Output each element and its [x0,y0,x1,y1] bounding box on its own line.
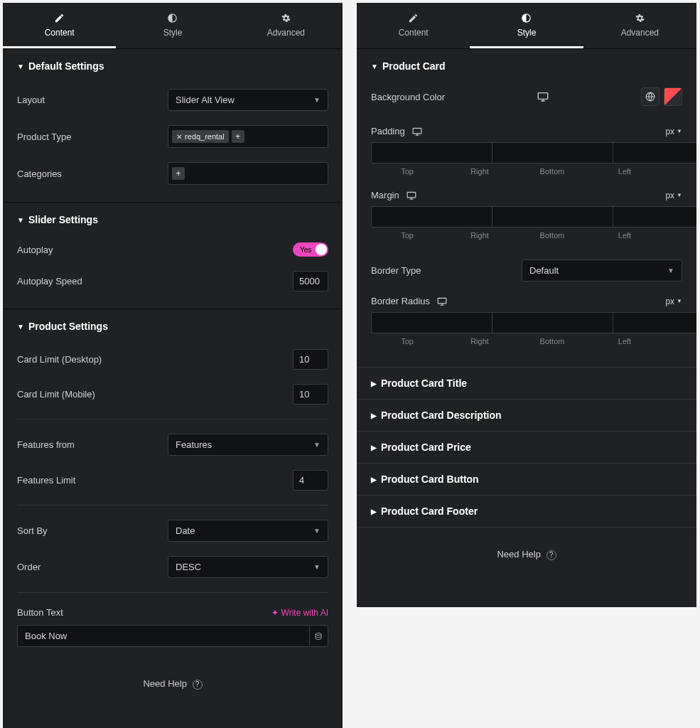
categories-input[interactable]: + [168,162,328,185]
section-product-card[interactable]: ▼ Product Card [357,49,696,80]
section-product-card-button[interactable]: ▶ Product Card Button [357,463,696,495]
features-from-value: Features [176,439,212,450]
autoplay-speed-input[interactable] [293,271,328,291]
border-type-value: Default [529,265,559,276]
tab-advanced-r[interactable]: Advanced [583,3,696,48]
content-panel: Content Style Advanced ▼ Default Setting… [3,3,343,728]
layout-label: Layout [17,95,168,105]
remove-tag-icon[interactable]: ✕ [176,133,182,141]
tab-content-r[interactable]: Content [357,3,470,48]
border-radius-unit-select[interactable]: px▼ [665,296,682,306]
radius-bottom-input[interactable] [613,312,696,333]
sparkle-icon: ✦ [271,608,279,618]
need-help-footer[interactable]: Need Help ? [3,657,343,718]
caret-right-icon: ▶ [371,508,377,515]
dim-top: Top [371,167,443,176]
product-settings-body: Card Limit (Desktop) Card Limit (Mobile)… [3,341,343,657]
svg-rect-3 [413,128,421,134]
section-product-card-label: Product Card [382,60,446,72]
button-text-input[interactable] [17,625,310,647]
add-category-button[interactable]: + [172,167,185,180]
margin-top-input[interactable] [371,206,492,228]
order-label: Order [17,562,168,572]
tab-content[interactable]: Content [3,3,116,48]
desktop-icon[interactable] [445,91,641,102]
dim-left: Left [588,167,661,176]
padding-top-input[interactable] [371,142,492,164]
padding-right-input[interactable] [492,142,613,164]
border-type-select[interactable]: Default ▼ [522,259,682,282]
gear-icon [589,13,691,23]
section-slider-settings-label: Slider Settings [28,214,98,225]
chevron-down-icon: ▼ [313,563,321,571]
contrast-icon [122,13,223,23]
section-product-card-title[interactable]: ▶ Product Card Title [357,367,696,399]
card-limit-desktop-input[interactable] [293,349,328,370]
help-icon: ? [546,550,556,560]
dim-top: Top [371,231,443,240]
color-picker-button[interactable] [664,87,682,106]
order-select[interactable]: DESC ▼ [168,556,328,578]
product-type-input[interactable]: ✕ redq_rental + [168,125,328,148]
toggle-knob [316,244,327,255]
tab-style-r[interactable]: Style [470,3,583,48]
dim-bottom: Bottom [516,337,588,346]
sort-by-select[interactable]: Date ▼ [168,520,328,542]
layout-select[interactable]: Slider Alt View ▼ [168,89,328,111]
margin-unit-select[interactable]: px▼ [665,191,682,200]
chevron-down-icon: ▼ [667,267,674,274]
product-type-tag[interactable]: ✕ redq_rental [172,130,229,143]
default-settings-body: Layout Slider Alt View ▼ Product Type ✕ … [3,80,343,202]
tab-content-label: Content [45,28,75,38]
gear-icon [235,13,337,23]
autoplay-toggle[interactable]: Yes [293,242,328,257]
border-radius-label: Border Radius [371,296,430,306]
caret-right-icon: ▶ [371,380,377,387]
dim-left: Left [588,231,661,240]
desktop-icon[interactable] [406,191,416,200]
style-scroll: ▼ Product Card Background Color [357,49,696,607]
radius-right-input[interactable] [492,312,613,333]
chevron-down-icon: ▼ [313,441,321,449]
margin-right-input[interactable] [492,206,613,228]
tab-advanced[interactable]: Advanced [230,3,343,48]
section-product-card-title-label: Product Card Title [381,378,467,389]
section-product-card-description[interactable]: ▶ Product Card Description [357,399,696,431]
margin-label: Margin [371,190,399,200]
categories-label: Categories [17,168,168,179]
features-from-select[interactable]: Features ▼ [168,434,328,456]
padding-bottom-input[interactable] [613,142,696,164]
section-product-card-price[interactable]: ▶ Product Card Price [357,431,696,463]
section-default-settings[interactable]: ▼ Default Settings [3,49,343,80]
section-product-card-footer[interactable]: ▶ Product Card Footer [357,495,696,528]
button-text-label: Button Text [17,607,271,618]
dim-right: Right [443,337,516,346]
radius-top-input[interactable] [371,312,492,333]
global-color-button[interactable] [641,87,659,106]
section-slider-settings[interactable]: ▼ Slider Settings [3,203,343,234]
product-type-label: Product Type [17,132,168,142]
desktop-icon[interactable] [437,296,447,306]
dim-right: Right [443,231,516,240]
desktop-icon[interactable] [412,127,422,136]
need-help-footer-r[interactable]: Need Help ? [357,528,696,589]
section-product-card-button-label: Product Card Button [381,473,479,485]
section-product-settings-label: Product Settings [28,321,108,332]
add-tag-button[interactable]: + [232,130,244,143]
dynamic-tags-button[interactable] [310,625,328,647]
help-icon: ? [193,680,203,690]
padding-unit-select[interactable]: px▼ [665,127,682,136]
tab-style[interactable]: Style [116,3,229,48]
caret-right-icon: ▶ [371,476,377,483]
tab-style-r-label: Style [517,28,537,38]
section-product-settings[interactable]: ▼ Product Settings [3,309,343,341]
write-with-ai-button[interactable]: ✦ Write with AI [271,608,328,618]
features-limit-input[interactable] [293,470,328,491]
svg-rect-5 [438,298,446,304]
caret-down-icon: ▼ [17,323,24,331]
margin-bottom-input[interactable] [613,206,696,228]
card-limit-mobile-label: Card Limit (Mobile) [17,389,293,400]
card-limit-mobile-input[interactable] [293,384,328,405]
caret-right-icon: ▶ [371,444,377,451]
section-product-card-price-label: Product Card Price [381,441,471,453]
